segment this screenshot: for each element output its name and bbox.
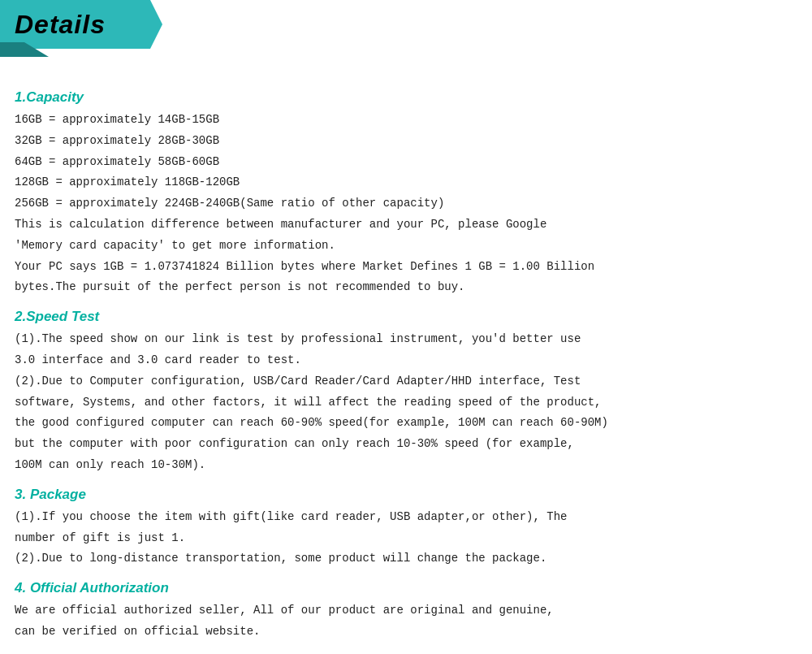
capacity-line-8: Your PC says 1GB = 1.073741824 Billion b… (15, 258, 797, 277)
capacity-line-7: 'Memory card capacity' to get more infor… (15, 236, 797, 256)
capacity-line-1: 16GB = approximately 14GB-15GB (15, 110, 797, 130)
body-official-authorization: We are official authorized seller, All o… (15, 601, 797, 642)
capacity-line-4: 128GB = approximately 118GB-120GB (15, 173, 797, 193)
heading-capacity: 1.Capacity (15, 89, 797, 106)
body-package: (1).If you choose the item with gift(lik… (15, 508, 797, 569)
speed-line-2: 3.0 interface and 3.0 card reader to tes… (15, 351, 797, 370)
package-line-3: (2).Due to long-distance transportation,… (15, 549, 797, 569)
section-official-authorization: 4. Official Authorization We are officia… (15, 580, 797, 642)
package-line-2: number of gift is just 1. (15, 529, 797, 548)
section-capacity: 1.Capacity 16GB = approximately 14GB-15G… (15, 89, 797, 297)
body-capacity: 16GB = approximately 14GB-15GB 32GB = ap… (15, 110, 797, 297)
speed-line-4: software, Systems, and other factors, it… (15, 393, 797, 413)
capacity-line-5: 256GB = approximately 224GB-240GB(Same r… (15, 194, 797, 214)
page-container: Details 1.Capacity 16GB = approximately … (0, 0, 812, 654)
body-speed-test: (1).The speed show on our link is test b… (15, 330, 797, 475)
speed-line-6: but the computer with poor configuration… (15, 435, 797, 454)
banner-area: Details (0, 0, 179, 57)
speed-line-1: (1).The speed show on our link is test b… (15, 330, 797, 349)
section-speed-test: 2.Speed Test (1).The speed show on our l… (15, 309, 797, 475)
package-line-1: (1).If you choose the item with gift(lik… (15, 508, 797, 527)
auth-line-1: We are official authorized seller, All o… (15, 601, 797, 621)
capacity-line-9: bytes.The pursuit of the perfect person … (15, 278, 797, 297)
banner-shape: Details (0, 0, 162, 49)
heading-package: 3. Package (15, 487, 797, 503)
heading-speed-test: 2.Speed Test (15, 309, 797, 325)
content-area: 1.Capacity 16GB = approximately 14GB-15G… (0, 71, 812, 654)
speed-line-5: the good configured computer can reach 6… (15, 414, 797, 433)
heading-official-authorization: 4. Official Authorization (15, 580, 797, 596)
speed-line-7: 100M can only reach 10-30M). (15, 456, 797, 475)
banner-title: Details (15, 10, 106, 40)
auth-line-2: can be verified on official website. (15, 622, 797, 642)
capacity-line-3: 64GB = approximately 58GB-60GB (15, 153, 797, 172)
section-package: 3. Package (1).If you choose the item wi… (15, 487, 797, 569)
capacity-line-2: 32GB = approximately 28GB-30GB (15, 132, 797, 151)
speed-line-3: (2).Due to Computer configuration, USB/C… (15, 372, 797, 392)
capacity-line-6: This is calculation difference between m… (15, 215, 797, 235)
